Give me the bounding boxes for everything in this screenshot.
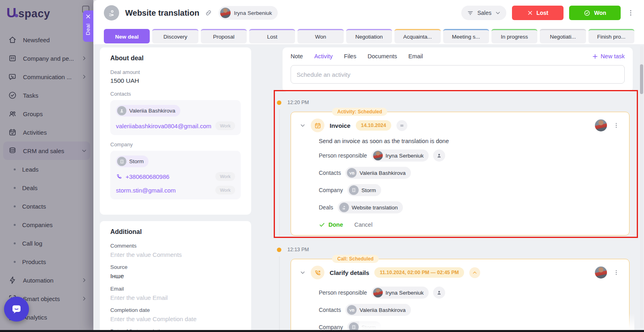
page-title: Website translation xyxy=(125,8,199,18)
company-name: Storm xyxy=(361,187,376,193)
copy-link-icon[interactable] xyxy=(205,9,212,16)
close-icon[interactable] xyxy=(85,14,91,19)
call-date-pill[interactable]: 11.10.2024, 02:00 PM — 02:45 PM xyxy=(374,267,464,278)
collapse-chevron-icon[interactable] xyxy=(300,270,305,275)
company-chip[interactable]: Storm xyxy=(347,184,381,196)
deal-owner-chip[interactable]: Iryna Serbeniuk xyxy=(219,6,278,20)
new-task-button[interactable]: New task xyxy=(592,53,625,59)
stage-negotiation[interactable]: Negotiation xyxy=(346,29,392,43)
card-more-options-icon[interactable] xyxy=(612,121,620,129)
timeline-dot xyxy=(277,100,281,105)
person-name: Iryna Serbeniuk xyxy=(386,290,424,296)
company-label: Company xyxy=(319,324,343,330)
x-icon xyxy=(527,10,533,16)
contact-initials-avatar: VB xyxy=(347,168,357,178)
company-chip[interactable]: Storm xyxy=(116,156,149,167)
bottom-edge-bar xyxy=(0,330,644,332)
stage-won[interactable]: Won xyxy=(297,29,343,43)
comments-field[interactable]: Enter the value Comments xyxy=(110,251,241,258)
entry-time: 12:13 PM xyxy=(287,247,309,252)
contact-email-link[interactable]: valeriiabashkirova0804@gmail.com xyxy=(116,123,211,129)
company-phone-link[interactable]: +380680680986 xyxy=(116,173,169,180)
activity-title[interactable]: Invoice xyxy=(330,122,351,129)
add-person-icon[interactable] xyxy=(433,150,445,162)
timeline-connector xyxy=(279,256,280,332)
contact-chip[interactable]: VBValeriia Bashkirova xyxy=(345,304,411,316)
email-field[interactable]: Enter the value Email xyxy=(110,294,241,301)
stage-proposal[interactable]: Proposal xyxy=(201,29,247,43)
lost-button[interactable]: Lost xyxy=(512,6,564,20)
schedule-activity-input[interactable] xyxy=(291,65,625,84)
company-email-link[interactable]: storm.stin@gmail.com xyxy=(116,187,176,194)
done-button[interactable]: Done xyxy=(319,221,343,228)
cancel-button[interactable]: Cancel xyxy=(354,221,372,228)
activity-date-pill[interactable]: 14.10.2024 xyxy=(356,120,392,131)
tab-email[interactable]: Email xyxy=(409,53,423,59)
deal-icon xyxy=(339,203,349,212)
outgoing-call-icon xyxy=(311,266,324,279)
deal-amount-value[interactable]: 1500 UAH xyxy=(110,77,241,84)
contact-group: Valeriia Bashkirova valeriiabashkirova08… xyxy=(110,100,241,135)
completion-date-field[interactable]: Enter the value Completion date xyxy=(110,316,241,322)
timeline-connector xyxy=(279,109,280,238)
work-badge: Work xyxy=(215,121,235,130)
modal-backdrop[interactable] xyxy=(0,0,93,332)
deal-header: Website translation Iryna Serbeniuk Sale… xyxy=(93,0,644,26)
contact-initials-avatar: VB xyxy=(347,305,357,315)
call-status-badge: Call: Scheduled xyxy=(332,255,379,263)
person-responsible-chip[interactable]: Iryna Serbeniuk xyxy=(372,150,429,162)
company-phone: +380680680986 xyxy=(126,173,169,180)
collapse-chevron-icon[interactable] xyxy=(300,123,305,128)
stage-in-progress[interactable]: In progress xyxy=(491,29,537,43)
person-responsible-chip[interactable]: Iryna Serbeniuk xyxy=(372,287,429,299)
activity-status-badge: Activity: Scheduled xyxy=(332,108,387,116)
timeline-entry-invoice: 12:20 PM Activity: Scheduled Invoice 14.… xyxy=(266,98,638,236)
lost-label: Lost xyxy=(537,10,549,16)
chevron-up-icon[interactable] xyxy=(469,267,480,278)
tab-note[interactable]: Note xyxy=(291,53,303,59)
stage-acquaintance[interactable]: Acquainta... xyxy=(394,29,440,43)
new-task-label: New task xyxy=(601,53,625,59)
activity-description: Send an invoice as soon as the translati… xyxy=(319,138,620,144)
deal-chip[interactable]: Website translation xyxy=(338,201,403,213)
chat-widget-button[interactable] xyxy=(4,297,29,322)
about-deal-card: About deal Deal amount 1500 UAH Contacts… xyxy=(100,47,251,215)
stage-negotiation-2[interactable]: Negotiati... xyxy=(540,29,586,43)
funnel-selector[interactable]: Sales xyxy=(461,6,506,20)
activity-timeline: 12:20 PM Activity: Scheduled Invoice 14.… xyxy=(266,98,638,332)
funnel-icon xyxy=(467,10,474,16)
source-value[interactable]: Інше xyxy=(110,273,241,280)
deal-modal: Deal Website translation Iryna Serbeniuk… xyxy=(93,0,644,332)
card-more-options-icon[interactable] xyxy=(612,268,620,277)
owner-name: Iryna Serbeniuk xyxy=(234,10,272,16)
stage-finish[interactable]: Finish pro... xyxy=(588,29,634,43)
avatar xyxy=(373,151,383,160)
stage-lost[interactable]: Lost xyxy=(249,29,295,43)
deal-type-icon xyxy=(104,5,119,20)
stage-new-deal[interactable]: New deal xyxy=(104,29,150,43)
call-title[interactable]: Clarify details xyxy=(330,269,369,276)
tab-files[interactable]: Files xyxy=(344,53,357,59)
plus-icon xyxy=(592,53,598,59)
more-options-icon[interactable] xyxy=(626,8,635,17)
vertical-scrollbar[interactable] xyxy=(640,46,643,328)
deal-modal-tab[interactable]: Deal xyxy=(83,10,93,42)
building-icon xyxy=(117,157,126,166)
stage-discovery[interactable]: Discovery xyxy=(152,29,198,43)
won-button[interactable]: Won xyxy=(569,6,621,20)
deal-name: Website translation xyxy=(352,205,398,211)
description-indicator-icon[interactable] xyxy=(396,120,407,131)
stage-meeting[interactable]: Meeting s... xyxy=(443,29,489,43)
phone-icon xyxy=(116,173,122,180)
tab-activity[interactable]: Activity xyxy=(314,53,333,59)
scrollbar-thumb[interactable] xyxy=(640,64,643,94)
check-circle-icon xyxy=(584,10,590,16)
avatar xyxy=(595,119,607,131)
contact-chip[interactable]: VBValeriia Bashkirova xyxy=(345,167,411,179)
contact-chip[interactable]: Valeriia Bashkirova xyxy=(116,105,180,117)
work-badge: Work xyxy=(215,186,235,195)
add-person-icon[interactable] xyxy=(433,287,445,299)
contact-name: Valeriia Bashkirova xyxy=(129,108,175,114)
tab-documents[interactable]: Documents xyxy=(367,53,397,59)
call-card: Call: Scheduled Clarify details 11.10.20… xyxy=(291,259,630,332)
